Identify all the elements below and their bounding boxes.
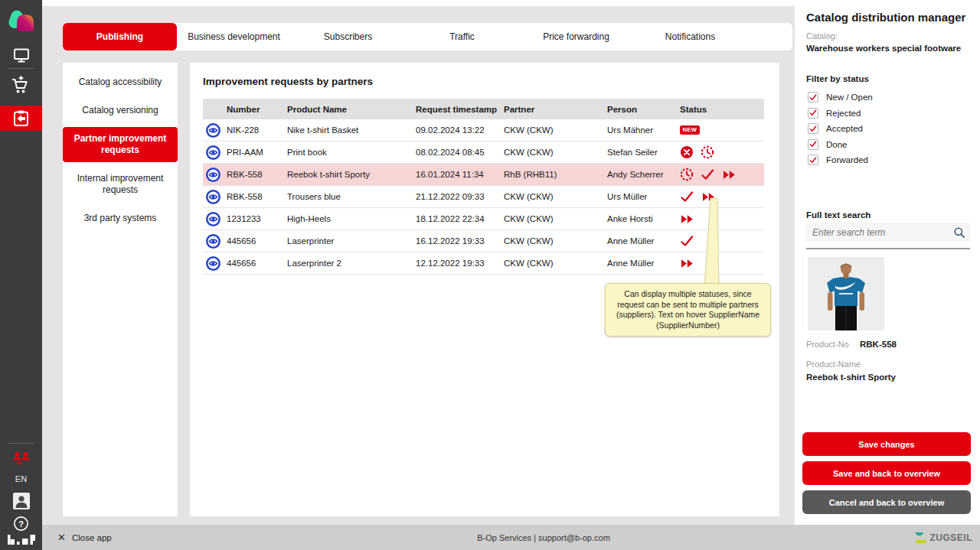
filter-label: Done	[826, 140, 848, 149]
tab-business-development[interactable]: Business development	[177, 23, 291, 50]
search-heading: Full text search	[806, 210, 871, 220]
catalog-label: Catalog:	[806, 31, 838, 41]
table-row[interactable]: 445656Laserprinter 212.12.2022 19:33CKW …	[203, 252, 764, 275]
cell-person: Anke Horsti	[605, 208, 678, 229]
cell-request-timestamp: 18.12.2022 22:34	[413, 208, 501, 229]
cell-product-name: Laserprinter 2	[285, 252, 413, 274]
checkbox-icon[interactable]	[808, 92, 818, 103]
cell-request-timestamp: 21.12.2022 09:33	[413, 186, 501, 207]
cell-partner: CKW (CKW)	[501, 252, 605, 274]
status-forwarded-icon	[680, 258, 694, 269]
cell-view	[203, 208, 224, 229]
cell-person: Anne Müller	[605, 252, 678, 274]
tab-traffic[interactable]: Traffic	[405, 23, 519, 50]
tab-price-forwarding[interactable]: Price forwarding	[519, 23, 633, 50]
cell-partner: CKW (CKW)	[501, 119, 605, 141]
checkbox-icon[interactable]	[808, 108, 818, 119]
filter-label: Forwarded	[826, 155, 868, 164]
table-row[interactable]: RBK-558Trousers blue21.12.2022 09:33CKW …	[203, 186, 764, 208]
checkbox-icon[interactable]	[808, 139, 818, 150]
view-eye-icon[interactable]	[205, 255, 221, 272]
page-title: Improvement requests by partners	[203, 76, 373, 87]
help-icon[interactable]: ?	[0, 514, 42, 532]
cell-view	[203, 186, 224, 207]
nav-catalog-versioning[interactable]: Catalog versioning	[63, 99, 178, 122]
cell-view	[203, 142, 224, 163]
cell-product-name: Trousers blue	[285, 186, 413, 207]
search-icon[interactable]	[953, 226, 965, 239]
cell-person: Andy Scherrer	[605, 164, 678, 185]
cell-partner: CKW (CKW)	[501, 208, 605, 229]
table-row[interactable]: 445656Laserprinter16.12.2022 19:33CKW (C…	[203, 230, 764, 252]
nav-partner-improvement-requests[interactable]: Partner improvement requests	[63, 127, 178, 162]
filter-new-open[interactable]: New / Open	[808, 89, 873, 106]
filter-done[interactable]: Done	[808, 137, 873, 153]
product-image	[808, 257, 884, 330]
tab-notifications[interactable]: Notifications	[633, 23, 747, 50]
cell-product-name: Reebok t-shirt Sporty	[285, 164, 413, 185]
cell-view	[203, 119, 224, 141]
filter-forwarded[interactable]: Forwarded	[808, 152, 873, 168]
main-card: Improvement requests by partners NumberP…	[190, 63, 779, 516]
cell-product-name: Print book	[285, 142, 413, 163]
side-nav: Catalog accessibilityCatalog versioningP…	[63, 63, 178, 516]
cell-request-timestamp: 09.02.2024 13:22	[413, 119, 501, 141]
top-white-strip	[42, 0, 795, 6]
cell-number: 445656	[224, 252, 285, 274]
nav-3rd-party-systems[interactable]: 3rd party systems	[63, 207, 178, 230]
search-input[interactable]	[811, 226, 953, 239]
monitor-icon[interactable]	[0, 44, 42, 66]
tab-publishing[interactable]: Publishing	[63, 23, 177, 50]
requests-table: NumberProduct NameRequest timestampPartn…	[203, 99, 764, 275]
save-and-back-to-overview-button[interactable]: Save and back to overview	[802, 461, 971, 485]
tab-bar: PublishingBusiness developmentSubscriber…	[63, 23, 792, 50]
nav-internal-improvement-requests[interactable]: Internal improvement requests	[63, 167, 178, 202]
catalog-panel: Catalog distribution manager Catalog: Wa…	[795, 0, 980, 525]
cell-status	[678, 142, 764, 163]
filter-accepted[interactable]: Accepted	[808, 121, 873, 137]
sidebar-divider-top	[8, 68, 34, 69]
table-row[interactable]: 1231233High-Heels18.12.2022 22:34CKW (CK…	[203, 208, 764, 230]
partners-icon[interactable]	[0, 450, 42, 468]
svg-text:?: ?	[18, 519, 24, 528]
column-header-number: Number	[224, 99, 285, 119]
view-eye-icon[interactable]	[205, 145, 221, 161]
filter-list: New / OpenRejectedAcceptedDoneForwarded	[808, 89, 873, 168]
filter-label: Rejected	[826, 109, 861, 118]
checkbox-icon[interactable]	[808, 155, 818, 165]
save-changes-button[interactable]: Save changes	[802, 432, 971, 456]
status-done-icon	[680, 235, 694, 247]
status-open-icon	[701, 145, 714, 159]
cell-request-timestamp: 16.01.2024 11:34	[413, 164, 501, 185]
footer-brand: ZUGSEIL	[914, 525, 972, 550]
cell-partner: CKW (CKW)	[501, 142, 605, 163]
close-app-button[interactable]: ✕ Close app	[57, 525, 112, 550]
add-to-cart-icon[interactable]	[0, 73, 42, 97]
status-forwarded-icon	[701, 191, 716, 203]
view-eye-icon[interactable]	[205, 167, 221, 183]
cell-person: Urs Müller	[605, 186, 678, 207]
column-header-status: Status	[678, 99, 764, 119]
nav-catalog-accessibility[interactable]: Catalog accessibility	[63, 70, 178, 94]
cell-status	[678, 164, 764, 185]
view-eye-icon[interactable]	[205, 189, 221, 205]
status-tooltip: Can display multiple statuses, since req…	[605, 283, 771, 337]
view-eye-icon[interactable]	[205, 211, 221, 227]
table-row[interactable]: NIK-228Nike t-shirt Basket09.02.2024 13:…	[203, 119, 764, 142]
b-op-logo-icon	[0, 532, 42, 548]
sidebar-divider-bottom	[8, 443, 34, 444]
cancel-and-back-to-overview-button[interactable]: Cancel and back to overview	[802, 490, 971, 514]
filter-rejected[interactable]: Rejected	[808, 106, 873, 122]
table-row[interactable]: PRI-AAMPrint book08.02.2024 08:45CKW (CK…	[203, 142, 764, 164]
table-row[interactable]: RBK-558Reebok t-shirt Sporty16.01.2024 1…	[203, 164, 764, 186]
checkbox-icon[interactable]	[808, 123, 818, 134]
view-eye-icon[interactable]	[205, 233, 221, 249]
improvement-requests-icon[interactable]	[0, 106, 42, 131]
close-icon: ✕	[57, 532, 66, 543]
status-rejected-icon	[680, 145, 694, 159]
cell-request-timestamp: 08.02.2024 08:45	[413, 142, 501, 163]
language-selector[interactable]: EN	[0, 474, 42, 483]
tab-subscribers[interactable]: Subscribers	[291, 23, 405, 50]
view-eye-icon[interactable]	[205, 122, 221, 138]
user-avatar-icon[interactable]	[0, 491, 42, 511]
